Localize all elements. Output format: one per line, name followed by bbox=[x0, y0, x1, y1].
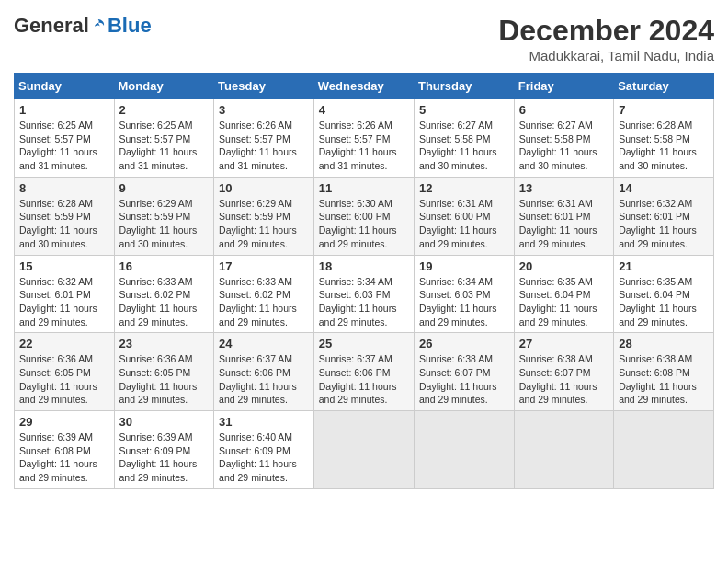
calendar-cell: 27 Sunrise: 6:38 AMSunset: 6:07 PMDaylig… bbox=[514, 333, 613, 411]
day-number: 7 bbox=[619, 103, 709, 117]
calendar-cell bbox=[414, 411, 514, 489]
calendar-cell: 4 Sunrise: 6:26 AMSunset: 5:57 PMDayligh… bbox=[313, 99, 414, 178]
calendar-table: Sunday Monday Tuesday Wednesday Thursday… bbox=[14, 73, 714, 489]
calendar-cell: 16 Sunrise: 6:33 AMSunset: 6:02 PMDaylig… bbox=[114, 255, 214, 333]
calendar-cell: 15 Sunrise: 6:32 AMSunset: 6:01 PMDaylig… bbox=[15, 255, 115, 333]
day-detail: Sunrise: 6:38 AMSunset: 6:07 PMDaylight:… bbox=[519, 353, 597, 405]
calendar-cell: 7 Sunrise: 6:28 AMSunset: 5:58 PMDayligh… bbox=[614, 99, 714, 178]
day-number: 27 bbox=[519, 337, 609, 350]
day-number: 24 bbox=[219, 337, 309, 350]
day-detail: Sunrise: 6:37 AMSunset: 6:06 PMDaylight:… bbox=[219, 353, 297, 405]
month-title: December 2024 bbox=[498, 14, 714, 48]
calendar-week-row: 22 Sunrise: 6:36 AMSunset: 6:05 PMDaylig… bbox=[15, 333, 714, 411]
calendar-cell: 31 Sunrise: 6:40 AMSunset: 6:09 PMDaylig… bbox=[214, 411, 314, 489]
day-number: 11 bbox=[319, 181, 409, 195]
day-detail: Sunrise: 6:29 AMSunset: 5:59 PMDaylight:… bbox=[219, 198, 297, 249]
day-number: 13 bbox=[519, 181, 609, 195]
day-detail: Sunrise: 6:35 AMSunset: 6:04 PMDaylight:… bbox=[519, 276, 597, 327]
header-friday: Friday bbox=[514, 74, 613, 99]
header-sunday: Sunday bbox=[15, 74, 115, 99]
calendar-cell: 5 Sunrise: 6:27 AMSunset: 5:58 PMDayligh… bbox=[414, 99, 514, 178]
day-number: 25 bbox=[319, 337, 409, 350]
day-number: 2 bbox=[119, 103, 210, 117]
day-number: 18 bbox=[319, 259, 409, 273]
header: General Blue December 2024 Madukkarai, T… bbox=[14, 14, 714, 63]
header-tuesday: Tuesday bbox=[214, 74, 314, 99]
calendar-cell: 20 Sunrise: 6:35 AMSunset: 6:04 PMDaylig… bbox=[514, 255, 613, 333]
day-detail: Sunrise: 6:27 AMSunset: 5:58 PMDaylight:… bbox=[419, 120, 497, 171]
day-detail: Sunrise: 6:34 AMSunset: 6:03 PMDaylight:… bbox=[419, 276, 497, 327]
day-detail: Sunrise: 6:27 AMSunset: 5:58 PMDaylight:… bbox=[519, 120, 597, 171]
logo-bird-icon bbox=[90, 17, 107, 34]
day-detail: Sunrise: 6:36 AMSunset: 6:05 PMDaylight:… bbox=[19, 353, 97, 405]
location-title: Madukkarai, Tamil Nadu, India bbox=[498, 48, 714, 63]
calendar-cell: 1 Sunrise: 6:25 AMSunset: 5:57 PMDayligh… bbox=[15, 99, 115, 178]
day-detail: Sunrise: 6:28 AMSunset: 5:58 PMDaylight:… bbox=[619, 120, 697, 171]
day-number: 23 bbox=[119, 337, 210, 350]
calendar-cell: 21 Sunrise: 6:35 AMSunset: 6:04 PMDaylig… bbox=[614, 255, 714, 333]
calendar-cell: 28 Sunrise: 6:38 AMSunset: 6:08 PMDaylig… bbox=[614, 333, 714, 411]
logo-blue-text: Blue bbox=[108, 14, 152, 38]
calendar-cell: 25 Sunrise: 6:37 AMSunset: 6:06 PMDaylig… bbox=[313, 333, 414, 411]
day-detail: Sunrise: 6:33 AMSunset: 6:02 PMDaylight:… bbox=[219, 276, 297, 327]
day-detail: Sunrise: 6:40 AMSunset: 6:09 PMDaylight:… bbox=[219, 431, 297, 483]
day-detail: Sunrise: 6:29 AMSunset: 5:59 PMDaylight:… bbox=[119, 198, 198, 249]
logo: General Blue bbox=[14, 14, 152, 38]
calendar-cell: 17 Sunrise: 6:33 AMSunset: 6:02 PMDaylig… bbox=[214, 255, 314, 333]
day-number: 9 bbox=[119, 181, 210, 195]
day-number: 29 bbox=[19, 415, 109, 429]
day-number: 22 bbox=[19, 337, 109, 350]
calendar-cell: 26 Sunrise: 6:38 AMSunset: 6:07 PMDaylig… bbox=[414, 333, 514, 411]
calendar-cell bbox=[313, 411, 414, 489]
day-detail: Sunrise: 6:36 AMSunset: 6:05 PMDaylight:… bbox=[119, 353, 198, 405]
day-number: 3 bbox=[219, 103, 309, 117]
calendar-cell: 8 Sunrise: 6:28 AMSunset: 5:59 PMDayligh… bbox=[15, 177, 115, 255]
day-number: 1 bbox=[19, 103, 109, 117]
calendar-cell: 18 Sunrise: 6:34 AMSunset: 6:03 PMDaylig… bbox=[313, 255, 414, 333]
calendar-cell: 11 Sunrise: 6:30 AMSunset: 6:00 PMDaylig… bbox=[313, 177, 414, 255]
calendar-week-row: 8 Sunrise: 6:28 AMSunset: 5:59 PMDayligh… bbox=[15, 177, 714, 255]
day-number: 12 bbox=[419, 181, 509, 195]
title-area: December 2024 Madukkarai, Tamil Nadu, In… bbox=[498, 14, 714, 63]
day-detail: Sunrise: 6:30 AMSunset: 6:00 PMDaylight:… bbox=[319, 198, 397, 249]
header-saturday: Saturday bbox=[614, 74, 714, 99]
day-number: 20 bbox=[519, 259, 609, 273]
day-detail: Sunrise: 6:26 AMSunset: 5:57 PMDaylight:… bbox=[219, 120, 297, 171]
day-number: 17 bbox=[219, 259, 309, 273]
calendar-cell: 10 Sunrise: 6:29 AMSunset: 5:59 PMDaylig… bbox=[214, 177, 314, 255]
calendar-cell: 29 Sunrise: 6:39 AMSunset: 6:08 PMDaylig… bbox=[15, 411, 115, 489]
calendar-cell bbox=[614, 411, 714, 489]
calendar-week-row: 29 Sunrise: 6:39 AMSunset: 6:08 PMDaylig… bbox=[15, 411, 714, 489]
day-number: 19 bbox=[419, 259, 509, 273]
day-detail: Sunrise: 6:25 AMSunset: 5:57 PMDaylight:… bbox=[119, 120, 198, 171]
calendar-cell: 14 Sunrise: 6:32 AMSunset: 6:01 PMDaylig… bbox=[614, 177, 714, 255]
day-detail: Sunrise: 6:31 AMSunset: 6:01 PMDaylight:… bbox=[519, 198, 597, 249]
day-detail: Sunrise: 6:39 AMSunset: 6:08 PMDaylight:… bbox=[19, 431, 97, 483]
day-detail: Sunrise: 6:33 AMSunset: 6:02 PMDaylight:… bbox=[119, 276, 198, 327]
logo-general-text: General bbox=[14, 14, 89, 38]
calendar-header-row: Sunday Monday Tuesday Wednesday Thursday… bbox=[15, 74, 714, 99]
calendar-cell: 6 Sunrise: 6:27 AMSunset: 5:58 PMDayligh… bbox=[514, 99, 613, 178]
day-number: 15 bbox=[19, 259, 109, 273]
calendar-cell: 3 Sunrise: 6:26 AMSunset: 5:57 PMDayligh… bbox=[214, 99, 314, 178]
calendar-cell: 23 Sunrise: 6:36 AMSunset: 6:05 PMDaylig… bbox=[114, 333, 214, 411]
calendar-cell: 9 Sunrise: 6:29 AMSunset: 5:59 PMDayligh… bbox=[114, 177, 214, 255]
day-detail: Sunrise: 6:34 AMSunset: 6:03 PMDaylight:… bbox=[319, 276, 397, 327]
header-thursday: Thursday bbox=[414, 74, 514, 99]
day-detail: Sunrise: 6:37 AMSunset: 6:06 PMDaylight:… bbox=[319, 353, 397, 405]
calendar-cell: 24 Sunrise: 6:37 AMSunset: 6:06 PMDaylig… bbox=[214, 333, 314, 411]
day-detail: Sunrise: 6:31 AMSunset: 6:00 PMDaylight:… bbox=[419, 198, 497, 249]
calendar-cell: 22 Sunrise: 6:36 AMSunset: 6:05 PMDaylig… bbox=[15, 333, 115, 411]
day-detail: Sunrise: 6:25 AMSunset: 5:57 PMDaylight:… bbox=[19, 120, 97, 171]
calendar-week-row: 15 Sunrise: 6:32 AMSunset: 6:01 PMDaylig… bbox=[15, 255, 714, 333]
day-detail: Sunrise: 6:26 AMSunset: 5:57 PMDaylight:… bbox=[319, 120, 397, 171]
day-detail: Sunrise: 6:39 AMSunset: 6:09 PMDaylight:… bbox=[119, 431, 198, 483]
day-number: 8 bbox=[19, 181, 109, 195]
calendar-cell: 12 Sunrise: 6:31 AMSunset: 6:00 PMDaylig… bbox=[414, 177, 514, 255]
day-number: 6 bbox=[519, 103, 609, 117]
day-number: 10 bbox=[219, 181, 309, 195]
calendar-cell: 2 Sunrise: 6:25 AMSunset: 5:57 PMDayligh… bbox=[114, 99, 214, 178]
day-detail: Sunrise: 6:28 AMSunset: 5:59 PMDaylight:… bbox=[19, 198, 97, 249]
day-detail: Sunrise: 6:35 AMSunset: 6:04 PMDaylight:… bbox=[619, 276, 697, 327]
calendar-cell: 19 Sunrise: 6:34 AMSunset: 6:03 PMDaylig… bbox=[414, 255, 514, 333]
